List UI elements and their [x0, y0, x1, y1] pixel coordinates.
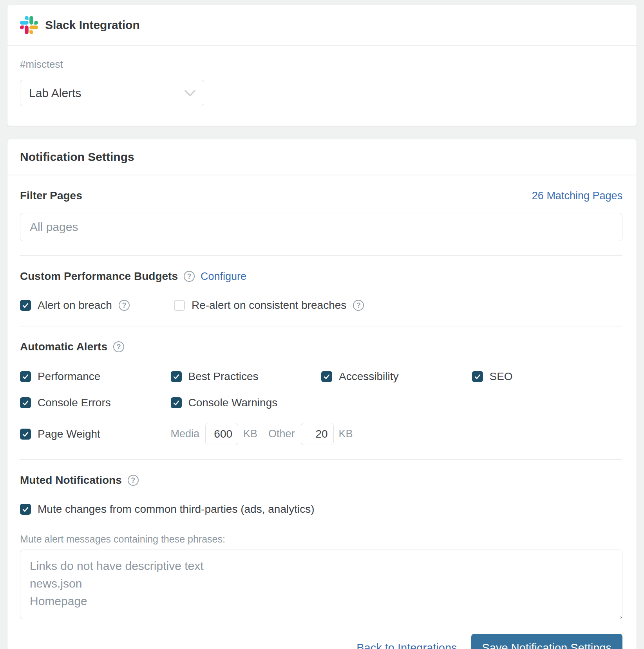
divider [20, 255, 622, 256]
mute-third-parties-label: Mute changes from common third-parties (… [38, 503, 315, 516]
help-icon[interactable]: ? [184, 271, 195, 282]
other-budget-label: Other [268, 428, 295, 440]
media-budget-input[interactable] [205, 423, 238, 445]
checkbox-icon[interactable] [20, 504, 31, 515]
matching-pages-link[interactable]: 26 Matching Pages [532, 190, 622, 202]
alert-option-label: SEO [490, 370, 513, 383]
checkbox-icon[interactable] [472, 371, 483, 382]
media-budget-unit: KB [243, 428, 257, 440]
channel-select[interactable]: Lab Alerts [20, 80, 204, 106]
checkbox-icon[interactable] [20, 371, 31, 382]
re-alert-label: Re-alert on consistent breaches [192, 299, 346, 312]
alert-on-breach-checkbox[interactable]: Alert on breach ? [20, 299, 174, 312]
divider [20, 326, 622, 326]
checkbox-icon[interactable] [20, 300, 31, 311]
alert-option-console-errors[interactable]: Console Errors [20, 397, 171, 409]
checkbox-icon[interactable] [321, 371, 332, 382]
other-budget-input[interactable] [301, 423, 334, 445]
alert-option-performance[interactable]: Performance [20, 370, 171, 383]
checkbox-icon[interactable] [20, 429, 31, 440]
filter-pages-heading: Filter Pages [20, 189, 82, 202]
help-icon[interactable]: ? [353, 300, 364, 311]
mute-phrases-label: Mute alert messages containing these phr… [20, 534, 622, 545]
muted-notifications-heading: Muted Notifications [20, 474, 122, 487]
notification-settings-card: Notification Settings Filter Pages 26 Ma… [7, 139, 637, 649]
slack-card-title: Slack Integration [45, 18, 140, 32]
configure-link[interactable]: Configure [201, 270, 246, 283]
help-icon[interactable]: ? [128, 475, 139, 486]
checkbox-icon[interactable] [171, 371, 182, 382]
channel-label: #misctest [20, 58, 624, 70]
alert-option-label: Best Practices [188, 370, 259, 383]
budgets-heading: Custom Performance Budgets [20, 270, 178, 283]
alert-option-accessibility[interactable]: Accessibility [321, 370, 472, 383]
notification-settings-header: Notification Settings [7, 139, 637, 175]
channel-select-value: Lab Alerts [20, 87, 176, 100]
automatic-alerts-heading: Automatic Alerts [20, 341, 107, 353]
chevron-down-icon [176, 90, 204, 97]
save-notification-settings-button[interactable]: Save Notification Settings [471, 634, 622, 649]
alert-option-best-practices[interactable]: Best Practices [171, 370, 322, 383]
mute-phrases-textarea[interactable]: Links do not have descriptive text news.… [20, 550, 622, 619]
notification-settings-title: Notification Settings [20, 150, 134, 164]
alert-option-console-warnings[interactable]: Console Warnings [171, 397, 623, 409]
alert-option-label: Page Weight [38, 428, 100, 440]
slack-integration-card: Slack Integration #misctest Lab Alerts [7, 5, 637, 126]
slack-logo-icon [20, 16, 38, 34]
slack-card-header: Slack Integration [7, 5, 637, 46]
checkbox-icon[interactable] [171, 397, 182, 408]
back-to-integrations-link[interactable]: Back to Integrations [356, 642, 457, 649]
alert-option-label: Console Warnings [188, 397, 278, 409]
checkbox-icon[interactable] [20, 397, 31, 408]
page-weight-budget-controls: Media KB Other KB [171, 423, 623, 445]
alert-option-label: Console Errors [38, 397, 111, 409]
alert-option-label: Accessibility [339, 370, 398, 383]
help-icon[interactable]: ? [113, 341, 124, 352]
filter-pages-input[interactable] [20, 213, 622, 241]
media-budget-label: Media [171, 428, 200, 440]
help-icon[interactable]: ? [119, 300, 130, 311]
other-budget-unit: KB [339, 428, 353, 440]
checkbox-icon[interactable] [174, 300, 185, 311]
alert-option-page-weight[interactable]: Page Weight [20, 428, 171, 440]
mute-third-parties-checkbox[interactable]: Mute changes from common third-parties (… [20, 503, 622, 516]
alert-option-label: Performance [38, 370, 100, 383]
alert-option-seo[interactable]: SEO [472, 370, 623, 383]
divider [20, 459, 622, 460]
alert-on-breach-label: Alert on breach [38, 299, 112, 312]
re-alert-checkbox[interactable]: Re-alert on consistent breaches ? [174, 299, 364, 312]
